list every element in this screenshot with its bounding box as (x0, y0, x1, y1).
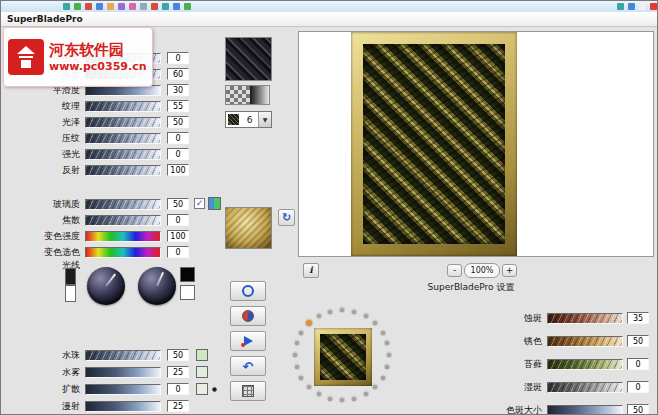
tarnish-hue-slider[interactable] (85, 247, 161, 258)
texture-select[interactable]: 6 ▼ (225, 111, 272, 128)
randomize-button[interactable]: ↻ (278, 209, 295, 226)
preset-dot[interactable] (294, 363, 299, 368)
chevron-down-icon[interactable]: ▼ (258, 112, 271, 127)
preset-dot[interactable] (352, 395, 357, 400)
toolbar-icon[interactable] (650, 3, 657, 10)
mist-value-field[interactable] (167, 366, 189, 378)
preset-dot[interactable] (299, 329, 304, 334)
toolbar-icon[interactable] (628, 3, 635, 10)
preset-dot[interactable] (380, 374, 385, 379)
light1-color-light-swatch[interactable] (65, 285, 76, 302)
preset-dot[interactable] (373, 383, 378, 388)
gloss-slider[interactable] (85, 117, 161, 128)
caustics-slider[interactable] (85, 215, 161, 226)
texture-value-field[interactable] (167, 100, 189, 112)
diffusion-slider[interactable] (85, 384, 161, 395)
preset-dot[interactable] (316, 391, 321, 396)
preset-dot[interactable] (352, 308, 357, 313)
mist-color-swatch[interactable] (196, 366, 208, 378)
reflection-slider[interactable] (85, 165, 161, 176)
tarnish-intensity-value-field[interactable] (167, 230, 189, 242)
toolbar-icon[interactable] (639, 3, 646, 10)
preset-dot[interactable] (363, 391, 368, 396)
info-button[interactable]: i (303, 263, 319, 278)
light1-direction-knob[interactable] (87, 267, 125, 305)
caustics-value-field[interactable] (167, 214, 189, 226)
emboss-slider[interactable] (85, 133, 161, 144)
toolbar-icon[interactable] (107, 3, 114, 10)
toolbar-icon[interactable] (74, 3, 81, 10)
reflection-value-field[interactable] (167, 164, 189, 176)
material-preview-thumbnail[interactable] (225, 207, 272, 249)
preset-dot[interactable] (293, 352, 298, 357)
preset-dot[interactable] (340, 307, 345, 312)
toolbar-icon[interactable] (151, 3, 158, 10)
render-button[interactable] (230, 281, 266, 301)
preset-dot[interactable] (385, 363, 390, 368)
gloss-value-field[interactable] (167, 116, 189, 128)
preset-dot[interactable] (327, 308, 332, 313)
diffusion-color-swatch[interactable] (196, 383, 208, 395)
light1-color-dark-swatch[interactable] (65, 268, 76, 285)
toolbar-icon[interactable] (85, 3, 92, 10)
stain-value-field[interactable] (627, 381, 649, 393)
apply-button[interactable] (230, 331, 266, 351)
diffusion-value-field[interactable] (167, 383, 189, 395)
preset-dot[interactable] (363, 313, 368, 318)
toolbar-icon[interactable] (184, 3, 191, 10)
toolbar-icon[interactable] (617, 3, 624, 10)
mist-slider[interactable] (85, 367, 161, 378)
preset-dot[interactable] (327, 395, 332, 400)
light2-color-white-swatch[interactable] (180, 285, 195, 300)
preset-dot[interactable] (387, 352, 392, 357)
grit-value-field[interactable] (627, 312, 649, 324)
glare-slider[interactable] (85, 149, 161, 160)
preset-dot[interactable] (385, 340, 390, 345)
droplets-value-field[interactable] (167, 349, 189, 361)
diffuse-value-field[interactable] (167, 400, 189, 412)
tarnish-intensity-slider[interactable] (85, 231, 161, 242)
spot-size-slider[interactable] (547, 405, 623, 415)
texture-slider[interactable] (85, 101, 161, 112)
balance-value-field[interactable] (167, 52, 189, 64)
light2-color-black-swatch[interactable] (180, 267, 195, 282)
toolbar-icon[interactable] (173, 3, 180, 10)
bump-preview-thumbnail[interactable] (225, 37, 272, 81)
glassiness-value-field[interactable] (167, 198, 189, 210)
droplets-color-swatch[interactable] (196, 349, 208, 361)
rendered-texture-preview[interactable] (351, 32, 517, 256)
toolbar-icon[interactable] (129, 3, 136, 10)
toolbar-icon[interactable] (63, 3, 70, 10)
rust-slider[interactable] (547, 336, 623, 347)
preset-dot[interactable] (373, 320, 378, 325)
tarnish-hue-value-field[interactable] (167, 246, 189, 258)
spot-size-value-field[interactable] (627, 404, 649, 415)
glass-color-swatch[interactable] (208, 197, 221, 210)
grit-slider[interactable] (547, 313, 623, 324)
zoom-out-button[interactable]: - (447, 264, 462, 277)
diffuse-slider[interactable] (85, 401, 161, 412)
glare-value-field[interactable] (167, 148, 189, 160)
texture-grid-button[interactable] (230, 381, 266, 401)
moss-value-field[interactable] (627, 358, 649, 370)
preset-dot[interactable] (294, 340, 299, 345)
toolbar-icon[interactable] (162, 3, 169, 10)
droplets-slider[interactable] (85, 350, 161, 361)
glassiness-slider[interactable] (85, 199, 161, 210)
height-value-field[interactable] (167, 68, 189, 80)
light2-direction-knob[interactable] (138, 267, 176, 305)
glassiness-checkbox[interactable]: ✓ (194, 198, 205, 209)
stain-slider[interactable] (547, 382, 623, 393)
zoom-in-button[interactable]: + (502, 264, 517, 277)
preset-dot[interactable] (305, 319, 312, 326)
rust-value-field[interactable] (627, 335, 649, 347)
preset-dot[interactable] (299, 374, 304, 379)
emboss-value-field[interactable] (167, 132, 189, 144)
environment-map-thumbnail[interactable] (225, 85, 270, 105)
preset-dot[interactable] (316, 313, 321, 318)
toolbar-icon[interactable] (140, 3, 147, 10)
smoothness-value-field[interactable] (167, 84, 189, 96)
undo-button[interactable]: ↶ (230, 356, 266, 376)
diffusion-dot-marker[interactable] (212, 387, 217, 392)
moss-slider[interactable] (547, 359, 623, 370)
